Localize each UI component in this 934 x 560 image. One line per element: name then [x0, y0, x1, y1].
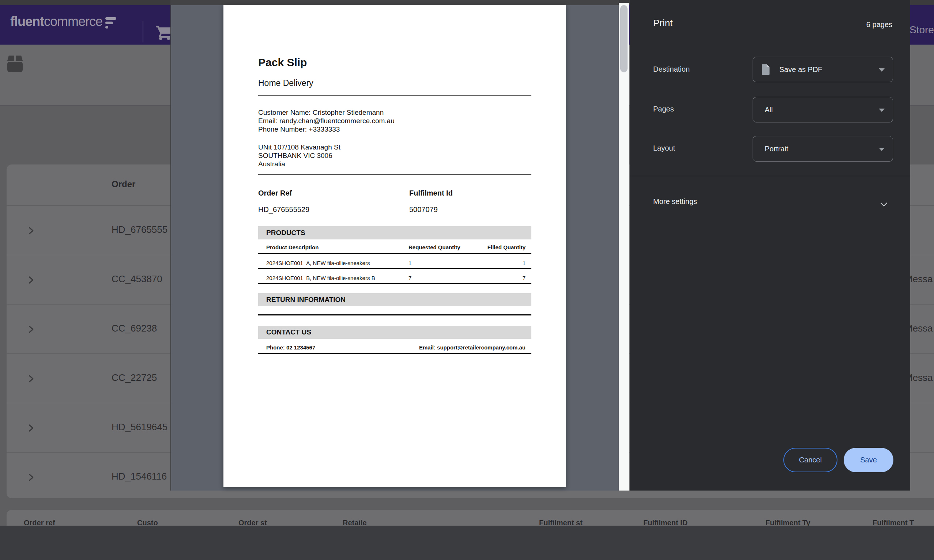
orders-column-header: Order	[111, 179, 135, 189]
table-row-rule	[258, 283, 531, 284]
divider-line	[258, 95, 531, 96]
screen: fluent commerce Store	[0, 0, 934, 560]
table-row-rule	[258, 268, 531, 269]
address-line: UNit 107/108 Kavanagh St	[258, 143, 341, 151]
logo-text-commerce: commerce	[44, 14, 102, 29]
products-section-title: PRODUCTS	[266, 229, 305, 237]
order-ref-value: HD_676555529	[258, 205, 310, 214]
col-filled-quantity: Filled Quantity	[452, 244, 526, 251]
product-description-cell: 2024SHOE001_A, NEW fila-ollie-sneakers	[266, 260, 370, 266]
filled-quantity-cell: 1	[452, 260, 526, 266]
contact-section-header: CONTACT US	[258, 326, 531, 339]
cancel-button[interactable]: Cancel	[783, 448, 837, 472]
customer-name-line: Customer Name: Cristopher Stiedemann	[258, 108, 395, 117]
layout-select[interactable]: Portrait	[753, 136, 893, 162]
filled-quantity-cell: 7	[452, 275, 526, 281]
order-ref-label: Order Ref	[258, 189, 292, 197]
layout-label: Layout	[653, 144, 675, 152]
caret-down-icon	[879, 68, 885, 72]
pdf-file-icon	[761, 64, 771, 75]
caret-down-icon	[879, 109, 885, 112]
fulfilment-id-label: Fulfilment Id	[409, 189, 453, 197]
preview-background: Pack Slip Home Delivery Customer Name: C…	[170, 5, 619, 491]
app-footer-bar	[0, 526, 934, 560]
page-count-label: 6 pages	[866, 20, 892, 29]
order-id-cell: HD_5619645	[111, 422, 168, 433]
pages-select[interactable]: All	[753, 97, 893, 123]
customer-phone-line: Phone Number: +3333333	[258, 125, 395, 134]
nav-divider	[143, 21, 143, 42]
print-dialog-title: Print	[653, 17, 672, 29]
layout-value: Portrait	[765, 145, 788, 153]
chevron-right-icon[interactable]	[26, 226, 36, 237]
products-section-header: PRODUCTS	[258, 226, 531, 239]
pages-value: All	[765, 106, 773, 114]
chevron-right-icon[interactable]	[26, 472, 36, 484]
fluentcommerce-logo: fluent commerce	[10, 14, 116, 29]
chevron-right-icon[interactable]	[26, 324, 36, 336]
divider-line	[258, 174, 531, 175]
chevron-right-icon[interactable]	[26, 275, 36, 286]
chevron-right-icon[interactable]	[26, 374, 36, 385]
pages-label: Pages	[653, 105, 674, 113]
contact-section-title: CONTACT US	[266, 328, 311, 336]
shipping-address: UNit 107/108 Kavanagh St SOUTHBANK VIC 3…	[258, 143, 341, 168]
fulfilment-id-value: 5007079	[409, 205, 438, 214]
logo-text-fluent: fluent	[10, 14, 44, 29]
chevron-down-icon[interactable]	[879, 200, 889, 211]
package-box-icon[interactable]	[6, 55, 24, 75]
order-id-cell: CC_453870	[111, 274, 162, 285]
document-subtitle: Home Delivery	[258, 78, 313, 88]
more-settings-toggle[interactable]: More settings	[653, 197, 697, 206]
caret-down-icon	[879, 148, 885, 151]
order-id-cell: CC_22725	[111, 372, 157, 383]
section-rule	[258, 353, 531, 354]
product-description-cell: 2024SHOE001_B, NEW fila-ollie-sneakers B	[266, 275, 375, 281]
order-id-cell: HD_1546116	[111, 471, 167, 482]
destination-value: Save as PDF	[779, 65, 823, 74]
destination-label: Destination	[653, 65, 690, 74]
print-preview-pane: Pack Slip Home Delivery Customer Name: C…	[170, 0, 630, 491]
col-product-description: Product Description	[266, 244, 319, 251]
address-line: SOUTHBANK VIC 3006	[258, 151, 341, 160]
requested-quantity-cell: 1	[408, 260, 412, 266]
order-id-cell: HD_6765555	[111, 224, 168, 235]
fluent-bars-icon	[105, 17, 116, 29]
return-info-section-title: RETURN INFORMATION	[266, 296, 345, 304]
customer-email-line: Email: randy.chan@fluentcommerce.com.au	[258, 117, 395, 125]
panel-divider	[630, 176, 910, 176]
save-button[interactable]: Save	[844, 448, 893, 472]
order-id-cell: CC_69238	[111, 323, 157, 334]
store-nav-label[interactable]: Store	[909, 24, 934, 36]
chevron-right-icon[interactable]	[26, 423, 36, 435]
contact-phone: Phone: 02 1234567	[266, 344, 315, 351]
document-title: Pack Slip	[258, 56, 307, 69]
address-line: Australia	[258, 160, 341, 168]
preview-top-strip	[170, 0, 619, 5]
requested-quantity-cell: 7	[408, 275, 412, 281]
section-rule	[258, 314, 531, 315]
table-header-rule	[258, 253, 531, 254]
contact-email: Email: support@retailercompany.com.au	[370, 344, 526, 351]
destination-select[interactable]: Save as PDF	[753, 57, 893, 82]
pack-slip-page: Pack Slip Home Delivery Customer Name: C…	[223, 5, 566, 487]
preview-scrollbar-thumb[interactable]	[620, 5, 627, 72]
preview-scrollbar[interactable]	[619, 3, 629, 491]
return-info-section-header: RETURN INFORMATION	[258, 293, 531, 306]
print-settings-panel: Print 6 pages Destination Save as PDF Pa…	[630, 0, 910, 491]
customer-details: Customer Name: Cristopher Stiedemann Ema…	[258, 108, 395, 134]
